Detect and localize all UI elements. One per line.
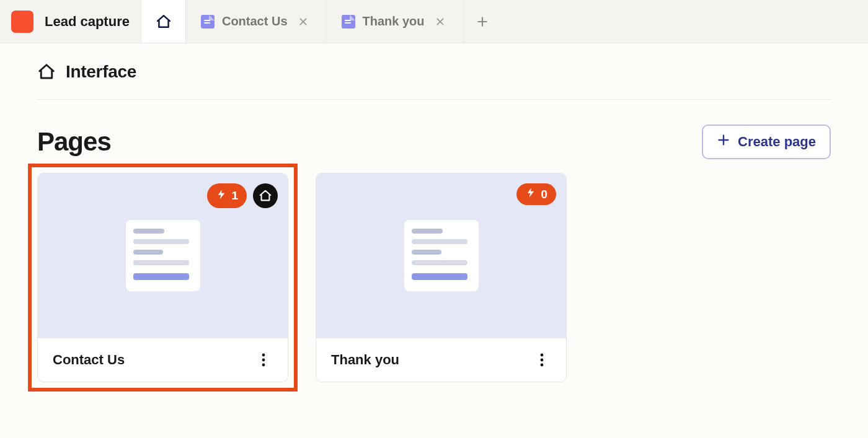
bolt-icon: [216, 189, 227, 203]
wireframe-thumb: [126, 220, 200, 291]
badge-bar: 0: [516, 183, 556, 205]
home-icon: [156, 14, 172, 30]
page-card[interactable]: 1 Contact Us: [37, 173, 288, 382]
badge-bar: 1: [207, 183, 278, 208]
tab-label: Contact Us: [222, 14, 288, 28]
page-preview: 1: [38, 173, 288, 338]
automation-count: 1: [231, 189, 238, 203]
main-content: Interface Pages Create page 1: [0, 43, 868, 401]
page-card-thank-you: 0 Thank you: [316, 173, 567, 382]
home-badge: [253, 183, 278, 208]
svg-point-3: [541, 354, 544, 357]
project-name: Lead capture: [45, 14, 130, 30]
page-card-footer: Contact Us: [38, 338, 288, 382]
automation-count-badge: 0: [516, 183, 556, 205]
pages-section-header: Pages Create page: [37, 125, 831, 159]
heading-text: Interface: [66, 62, 136, 82]
home-icon: [37, 63, 56, 81]
page-heading: Interface: [37, 62, 831, 100]
page-card[interactable]: 0 Thank you: [316, 173, 567, 382]
tab-label: Thank you: [363, 14, 425, 28]
close-icon[interactable]: [432, 14, 448, 30]
tab-home[interactable]: [142, 0, 186, 43]
bolt-icon: [525, 187, 536, 201]
project-chip[interactable]: Lead capture: [0, 0, 142, 43]
create-page-label: Create page: [738, 134, 816, 150]
svg-point-2: [262, 364, 265, 367]
project-color-swatch: [11, 11, 33, 33]
page-cards: 1 Contact Us: [37, 173, 831, 382]
page-menu-button[interactable]: [254, 351, 273, 369]
create-page-button[interactable]: Create page: [702, 125, 831, 159]
page-title: Thank you: [331, 352, 399, 368]
automation-count-badge: 1: [207, 183, 247, 208]
page-icon: [201, 15, 215, 28]
svg-point-0: [262, 354, 265, 357]
page-card-contact-us: 1 Contact Us: [37, 173, 288, 382]
page-title: Contact Us: [53, 352, 125, 368]
svg-point-5: [541, 364, 544, 367]
close-icon[interactable]: [295, 14, 311, 30]
new-tab-button[interactable]: [464, 0, 501, 43]
page-menu-button[interactable]: [533, 351, 551, 369]
tab-thank-you[interactable]: Thank you: [327, 0, 464, 43]
automation-count: 0: [541, 188, 547, 201]
pages-title: Pages: [37, 127, 111, 157]
page-card-footer: Thank you: [316, 338, 566, 382]
plus-icon: [717, 133, 730, 151]
page-preview: 0: [316, 173, 566, 338]
wireframe-thumb: [404, 220, 479, 291]
tab-contact-us[interactable]: Contact Us: [186, 0, 327, 43]
tab-bar: Lead capture Contact Us Thank you: [0, 0, 868, 43]
page-icon: [342, 15, 355, 28]
svg-point-1: [262, 359, 265, 362]
svg-point-4: [541, 359, 544, 362]
